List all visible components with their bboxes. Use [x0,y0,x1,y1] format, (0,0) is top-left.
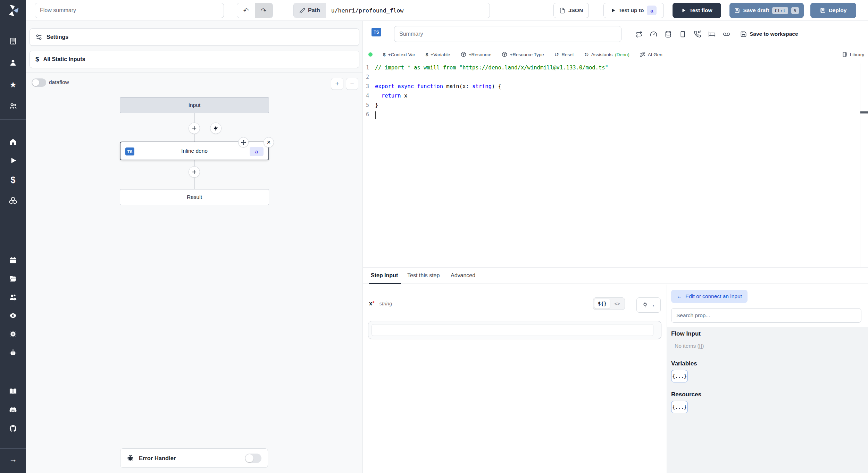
add-resource-type-button[interactable]: +Resource Type [502,52,544,57]
save-icon [740,31,747,37]
json-button[interactable]: JSON [553,3,589,18]
all-static-inputs-button[interactable]: $ All Static Inputs [30,51,359,68]
connect-input-button[interactable]: → [636,297,661,313]
tab-step-input[interactable]: Step Input [371,272,398,279]
add-step-button[interactable] [189,123,200,134]
test-up-to-button[interactable]: Test up to a [603,3,664,18]
topbar: ↶ ↷ Path u/henri/profound_flow JSON Test… [26,0,868,21]
close-icon: × [267,138,270,146]
tab-test-this-step[interactable]: Test this step [407,272,440,279]
collapse-sidebar-arrow-icon[interactable]: → [9,455,17,463]
dataflow-toggle[interactable] [32,78,46,87]
error-handler-toggle[interactable] [245,454,261,463]
discord-icon[interactable] [9,406,17,414]
folders-icon[interactable] [9,275,17,283]
assistants-button[interactable]: ↻ Assistants (Deno) [584,51,629,58]
tab-advanced[interactable]: Advanced [451,272,475,279]
flow-input-node[interactable]: Input [120,97,269,113]
play-icon [611,8,616,13]
code-editor[interactable]: 1 2 3 4 5 6 // import * as wmill from "h… [363,64,868,267]
resources-object-chip[interactable]: {...} [671,401,688,413]
code-mode-button[interactable]: <> [611,299,624,309]
save-draft-button[interactable]: Save draft Ctrl S [729,3,804,18]
lang-ready-dot [368,52,373,57]
active-tab-underline [369,283,401,284]
play-icon [681,8,686,13]
workers-icon[interactable] [9,293,17,301]
variables-title: Variables [671,360,697,367]
code-line-1: // import * as wmill from "https://deno.… [375,65,608,71]
deploy-button[interactable]: Deploy [810,3,856,18]
audit-eye-icon[interactable] [9,312,17,320]
field-header: x* string [369,300,392,307]
edit-or-connect-input-button[interactable]: ← Edit or connect an input [671,290,748,303]
field-x-input[interactable] [372,324,653,336]
zoom-in-button[interactable]: + [331,78,343,90]
add-variable-button[interactable]: $+Variable [426,52,450,57]
error-handler-node[interactable]: Error Handler [120,448,268,468]
gauge-icon[interactable] [650,31,657,38]
github-icon[interactable] [9,424,17,432]
undo-button[interactable]: ↶ [237,3,255,18]
code-line-3: export async function main(x: string) { [375,83,501,90]
flow-settings-button[interactable]: Settings [30,28,359,46]
runs-play-icon[interactable] [9,157,17,164]
arrows-move-icon [241,140,247,145]
field-input-container [368,321,661,339]
workspace-building-icon[interactable] [9,37,17,45]
zoom-out-button[interactable]: − [346,78,358,90]
user-icon[interactable] [9,59,17,67]
add-step-button[interactable] [189,166,200,178]
resources-title: Resources [671,391,701,398]
line-number: 4 [363,93,369,99]
reset-button[interactable]: ↺Reset [554,51,574,58]
redo-button[interactable]: ↷ [255,3,273,18]
line-number: 3 [363,83,369,90]
save-to-workspace-button[interactable]: Save to workspace [740,31,798,37]
add-context-var-button[interactable]: $+Context Var [383,52,415,57]
settings-gear-icon[interactable] [9,330,17,338]
ai-gen-button[interactable]: AI Gen [640,52,662,57]
phone-incoming-icon[interactable] [694,31,701,38]
path-button[interactable]: Path u/henri/profound_flow [293,3,490,18]
schedules-calendar-icon[interactable] [9,256,17,264]
docs-book-icon[interactable] [9,387,17,395]
delete-step-button[interactable]: × [264,137,274,147]
add-trigger-bolt-button[interactable] [210,123,222,134]
editor-overview-ruler[interactable] [860,64,868,267]
variables-object-chip[interactable]: {...} [671,370,688,382]
library-button[interactable]: Library [842,52,864,57]
add-resource-button[interactable]: +Resource [461,52,492,57]
repeat-icon[interactable] [635,31,643,38]
bed-icon[interactable] [708,31,716,38]
square-icon[interactable] [679,31,686,38]
resources-boxes-icon[interactable] [9,196,17,204]
test-flow-button[interactable]: Test flow [673,3,721,18]
flow-result-node[interactable]: Result [120,189,269,205]
step-id-badge: a [250,147,264,156]
variables-dollar-icon[interactable]: $ [9,176,17,184]
undo-redo-group: ↶ ↷ [237,3,273,18]
template-mode-button[interactable]: ${} [594,299,610,309]
step-node-inline-deno[interactable]: TS Inline deno a × [120,142,269,160]
move-step-button[interactable] [238,137,249,147]
flow-summary-input[interactable] [35,3,224,18]
windmill-logo[interactable] [5,3,21,18]
plus-icon [191,169,197,175]
line-number: 6 [363,111,369,118]
home-icon[interactable] [9,138,17,146]
dollar-icon: $ [426,52,428,57]
step-summary-input[interactable] [394,26,621,42]
code-line-4: return x [375,93,407,99]
search-prop-input[interactable] [671,308,861,323]
error-handler-label: Error Handler [139,455,176,462]
database-icon[interactable] [665,31,672,38]
voicemail-icon[interactable] [723,31,730,38]
line-number: 5 [363,102,369,108]
groups-users-icon[interactable] [9,102,17,110]
favorites-star-icon[interactable]: ★ [9,81,17,89]
ai-robot-icon[interactable] [9,349,17,357]
sidebar-divider [0,119,26,120]
pencil-icon [299,8,305,14]
refresh-icon: ↻ [584,51,589,58]
